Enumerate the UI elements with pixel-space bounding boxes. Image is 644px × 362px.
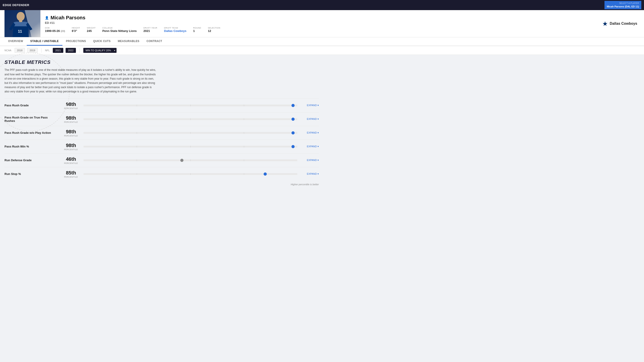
detail-height: HEIGHT 6'3" [72,27,80,33]
metric-value-2: 98th [66,129,76,135]
detail-round-value: 1 [193,29,201,33]
metric-percentile-5: 85th PERCENTILE [62,170,80,178]
section-title: STABLE METRICS [4,59,319,65]
detail-draft-team-value: Dallas Cowboys [164,29,186,33]
metric-percentile-1: 98th PERCENTILE [62,115,80,123]
metric-bar-track-2 [84,132,297,134]
filter-nfl-2021[interactable]: 2021 [53,48,63,53]
metric-row: Pass Rush Grade 98th PERCENTILE EXPAND ▾ [4,98,319,112]
metric-dot-0 [292,104,294,107]
min-qualify-select[interactable]: MIN TO QUALIFY 20% MIN TO QUALIFY 30% MI… [83,48,116,53]
metric-expand-0[interactable]: EXPAND ▾ [301,104,319,107]
metric-bar-track-0 [84,105,297,106]
tab-quick-cuts[interactable]: QUICK CUTS [90,37,114,46]
nfl-label: NFL [45,49,50,52]
metric-dot-5 [264,172,267,175]
detail-selection-value: 12 [208,29,220,33]
metric-percentile-4: 46th PERCENTILE [62,156,80,164]
metric-value-0: 98th [66,101,76,107]
metric-value-1: 98th [66,115,76,121]
team-star-icon: ★ [602,20,608,28]
player-position: ED #11 [45,21,598,25]
player-select-box[interactable]: SELECT A PLAYER Micah Parsons (DAL ED 11… [604,1,641,9]
min-qualify-wrapper[interactable]: MIN TO QUALIFY 20% MIN TO QUALIFY 30% MI… [83,48,116,53]
metric-expand-4[interactable]: EXPAND ▾ [301,159,319,162]
metric-label-3: PERCENTILE [64,148,78,151]
metric-bar-0 [84,103,297,108]
metric-label-1: PERCENTILE [64,121,78,123]
metric-label-4: PERCENTILE [64,162,78,164]
metric-bar-track-1 [84,118,297,120]
metric-name-4: Run Defense Grade [4,158,58,162]
metric-percentile-0: 98th PERCENTILE [62,101,80,109]
detail-draft-year: DRAFT YEAR 2021 [144,27,158,33]
detail-draft-year-value: 2021 [144,29,158,33]
metric-expand-2[interactable]: EXPAND ▾ [301,131,319,134]
metric-percentile-2: 98th PERCENTILE [62,129,80,137]
top-bar: EDGE DEFENDER SELECT A PLAYER Micah Pars… [0,0,644,10]
detail-weight-label: WEIGHT [87,27,96,29]
filter-nfl-2022[interactable]: 2022 [66,48,76,53]
metric-dot-4 [180,159,184,162]
nav-tabs: OVERVIEW STABLE / UNSTABLE PROJECTIONS Q… [0,37,644,46]
detail-college: COLLEGE Penn State Nittany Lions [102,27,137,33]
page-title: EDGE DEFENDER [3,3,29,7]
tab-projections[interactable]: PROJECTIONS [62,37,90,46]
metric-name-3: Pass Rush Win % [4,145,58,148]
svg-text:11: 11 [18,30,22,33]
metric-value-3: 98th [66,142,76,148]
filter-divider-2 [80,48,80,53]
detail-round-label: ROUND [193,27,201,29]
metric-bar-track-3 [84,146,297,147]
detail-round: ROUND 1 [193,27,201,33]
section-description: The PFF pass-rush grade is one of the mo… [4,68,157,94]
metrics-container: Pass Rush Grade 98th PERCENTILE EXPAND ▾… [4,98,319,181]
metric-name-0: Pass Rush Grade [4,104,58,107]
main-content: STABLE METRICS The PFF pass-rush grade i… [0,55,323,192]
tab-stable-unstable[interactable]: STABLE / UNSTABLE [27,37,62,46]
metric-name-1: Pass Rush Grade on True Pass Rushes [4,116,58,122]
detail-selection-label: SELECTION [208,27,220,29]
metric-bar-track-4 [84,159,297,161]
tab-contract[interactable]: CONTRACT [143,37,166,46]
filter-year-2018[interactable]: 2018 [14,48,25,53]
detail-weight-value: 245 [87,29,96,33]
metrics-section: STABLE METRICS The PFF pass-rush grade i… [4,57,319,188]
metric-row: Pass Rush Win % 98th PERCENTILE EXPAND ▾ [4,140,319,153]
metric-dot-3 [292,145,294,148]
player-photo: 11 [4,10,40,37]
metric-label-0: PERCENTILE [64,107,78,109]
metric-expand-3[interactable]: EXPAND ▾ [301,145,319,148]
metric-expand-1[interactable]: EXPAND ▾ [301,118,319,120]
detail-height-value: 6'3" [72,29,80,33]
metric-dot-1 [292,118,294,121]
metric-row: Run Stop % 85th PERCENTILE EXPAND ▾ [4,167,319,181]
metric-label-5: PERCENTILE [64,176,78,178]
metric-bar-5 [84,172,297,176]
detail-dob-label: DOB [45,27,65,29]
detail-draft-team: DRAFT TEAM Dallas Cowboys [164,27,186,33]
metric-label-2: PERCENTILE [64,135,78,137]
player-info-section: 👤 Micah Parsons ED #11 DOB 1999-05-26 (2… [40,13,602,35]
metric-name-2: Pass Rush Grade w/o Play Action [4,131,58,134]
tab-measurables[interactable]: MEASURABLES [114,37,143,46]
player-photo-svg: 11 [4,10,40,37]
metric-bar-2 [84,131,297,135]
metric-name-5: Run Stop % [4,172,58,175]
footer-note: Higher percentile is better [4,183,319,186]
metric-expand-5[interactable]: EXPAND ▾ [301,172,319,175]
detail-selection: SELECTION 12 [208,27,220,33]
svg-rect-3 [19,20,22,22]
detail-draft-team-label: DRAFT TEAM [164,27,186,29]
detail-dob: DOB 1999-05-26 (23) [45,27,65,33]
detail-dob-value: 1999-05-26 (23) [45,29,65,33]
detail-weight: WEIGHT 245 [87,27,96,33]
select-label: SELECT A PLAYER [607,2,639,5]
filter-year-2019[interactable]: 2019 [27,48,38,53]
metric-percentile-3: 98th PERCENTILE [62,142,80,151]
svg-point-2 [16,12,25,21]
tab-overview[interactable]: OVERVIEW [4,37,27,46]
detail-height-label: HEIGHT [72,27,80,29]
metric-bar-4 [84,158,297,162]
metric-row: Run Defense Grade 46th PERCENTILE EXPAND… [4,153,319,167]
